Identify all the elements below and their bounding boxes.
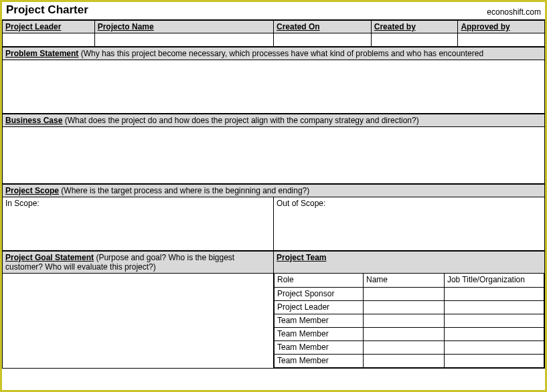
problem-input[interactable] bbox=[3, 60, 545, 114]
in-scope-label: In Scope: bbox=[5, 199, 40, 208]
table-row: Project Sponsor bbox=[275, 287, 544, 300]
goal-input[interactable] bbox=[3, 274, 274, 369]
business-case-section: Business Case (What does the project do … bbox=[2, 114, 545, 184]
problem-desc: (Why has this project become necessary, … bbox=[78, 49, 483, 58]
problem-section: Problem Statement (Why has this project … bbox=[2, 47, 545, 114]
team-name-input[interactable] bbox=[363, 327, 444, 340]
team-name-input[interactable] bbox=[363, 354, 444, 367]
meta-approvedby-input[interactable] bbox=[458, 33, 545, 47]
team-cell: Role Name Job Title/Organization Project… bbox=[274, 274, 545, 369]
goal-team-section: Project Goal Statement (Purpose and goal… bbox=[2, 251, 545, 369]
business-case-header: Business Case (What does the project do … bbox=[3, 114, 545, 127]
meta-name-header: Projecto Name bbox=[94, 21, 273, 33]
scope-desc: (Where is the target process and where i… bbox=[59, 186, 309, 195]
team-org-input[interactable] bbox=[444, 287, 544, 300]
table-row: Team Member bbox=[275, 327, 544, 340]
team-name-input[interactable] bbox=[363, 287, 444, 300]
in-scope-input[interactable]: In Scope: bbox=[3, 197, 274, 251]
charter-document: Project Charter econoshift.com Project L… bbox=[0, 0, 547, 392]
meta-leader-input[interactable] bbox=[3, 33, 95, 47]
business-case-desc: (What does the project do and how does t… bbox=[62, 116, 418, 125]
team-org-input[interactable] bbox=[444, 300, 544, 314]
team-role: Project Leader bbox=[275, 300, 364, 314]
table-row: Team Member bbox=[275, 354, 544, 367]
team-col-org: Job Title/Organization bbox=[444, 274, 544, 287]
scope-label: Project Scope bbox=[5, 186, 59, 195]
table-row: Team Member bbox=[275, 314, 544, 327]
meta-name-input[interactable] bbox=[94, 33, 273, 47]
brand-label: econoshift.com bbox=[487, 7, 541, 17]
team-header: Project Team bbox=[274, 252, 545, 274]
meta-createdon-header: Created On bbox=[273, 21, 371, 33]
team-org-input[interactable] bbox=[444, 327, 544, 340]
out-scope-label: Out of Scope: bbox=[277, 199, 325, 208]
meta-createdon-input[interactable] bbox=[273, 33, 371, 47]
meta-createdby-input[interactable] bbox=[371, 33, 458, 47]
team-col-name: Name bbox=[363, 274, 444, 287]
business-case-label: Business Case bbox=[5, 116, 62, 125]
scope-header: Project Scope (Where is the target proce… bbox=[3, 185, 545, 197]
goal-label: Project Goal Statement bbox=[5, 253, 94, 262]
team-role: Team Member bbox=[275, 327, 364, 340]
page-title: Project Charter bbox=[6, 3, 88, 17]
team-role: Team Member bbox=[275, 340, 364, 354]
out-scope-input[interactable]: Out of Scope: bbox=[274, 197, 545, 251]
meta-approvedby-header: Approved by bbox=[458, 21, 545, 33]
team-org-input[interactable] bbox=[444, 314, 544, 327]
problem-label: Problem Statement bbox=[5, 49, 78, 58]
team-org-input[interactable] bbox=[444, 354, 544, 367]
team-name-input[interactable] bbox=[363, 314, 444, 327]
meta-leader-header: Project Leader bbox=[3, 21, 95, 33]
meta-createdby-header: Created by bbox=[371, 21, 458, 33]
team-col-role: Role bbox=[275, 274, 364, 287]
table-row: Project Leader bbox=[275, 300, 544, 314]
team-table: Role Name Job Title/Organization Project… bbox=[274, 274, 544, 368]
team-role: Project Sponsor bbox=[275, 287, 364, 300]
title-row: Project Charter econoshift.com bbox=[2, 2, 545, 20]
team-role: Team Member bbox=[275, 354, 364, 367]
team-name-input[interactable] bbox=[363, 340, 444, 354]
problem-header: Problem Statement (Why has this project … bbox=[3, 47, 545, 60]
business-case-input[interactable] bbox=[3, 127, 545, 184]
scope-section: Project Scope (Where is the target proce… bbox=[2, 184, 545, 251]
meta-table: Project Leader Projecto Name Created On … bbox=[2, 20, 545, 47]
table-row: Team Member bbox=[275, 340, 544, 354]
team-role: Team Member bbox=[275, 314, 364, 327]
team-org-input[interactable] bbox=[444, 340, 544, 354]
goal-header: Project Goal Statement (Purpose and goal… bbox=[3, 252, 274, 274]
team-name-input[interactable] bbox=[363, 300, 444, 314]
